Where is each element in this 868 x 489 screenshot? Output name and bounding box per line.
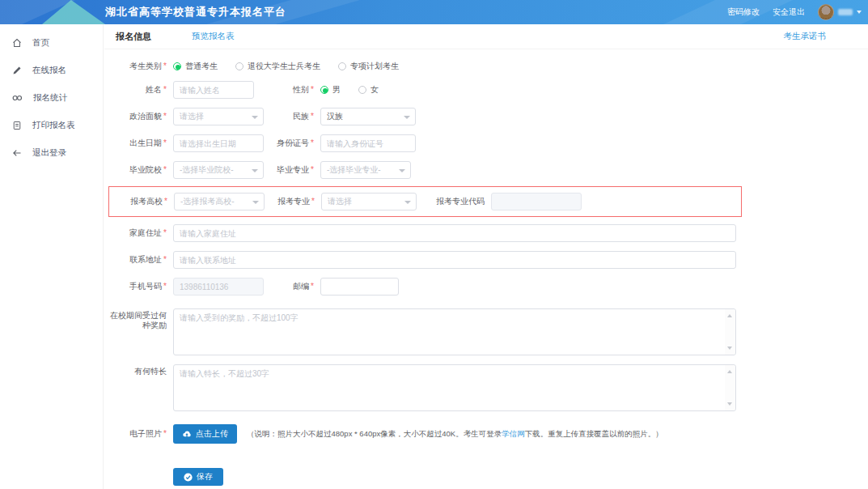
radio-icon bbox=[338, 62, 346, 70]
radio-special-plan-candidate[interactable]: 专项计划考生 bbox=[338, 61, 399, 72]
chevron-down-icon bbox=[252, 169, 258, 172]
gender-radio-group: 男 女 bbox=[320, 84, 396, 96]
apply-university-select[interactable]: -选择报考高校- bbox=[174, 193, 265, 210]
sidebar-nav: 首页 在线报名 报名统计 打印报名表 退出登录 bbox=[0, 24, 104, 489]
scroll-up-icon[interactable] bbox=[727, 314, 732, 317]
graduate-school-select[interactable]: -选择毕业院校- bbox=[173, 161, 264, 179]
radio-male[interactable]: 男 bbox=[320, 84, 341, 96]
apply-row: 报考高校* -选择报考高校- 报考专业* 请选择 报考专业代码 bbox=[109, 193, 582, 210]
save-row: 保存 bbox=[108, 468, 868, 486]
name-input[interactable] bbox=[173, 81, 254, 99]
chevron-down-icon bbox=[399, 169, 405, 172]
chevron-down-icon bbox=[252, 116, 258, 119]
apply-major-label: 报考专业* bbox=[265, 196, 315, 207]
sidebar-item-print-form[interactable]: 打印报名表 bbox=[0, 112, 103, 139]
ethnicity-select[interactable]: 汉族 bbox=[320, 108, 416, 125]
radio-icon bbox=[358, 86, 366, 94]
apply-major-select[interactable]: 请选择 bbox=[321, 193, 417, 210]
top-header-bar: 湖北省高等学校普通专升本报名平台 密码修改 安全退出 bbox=[0, 0, 868, 24]
link-icon bbox=[12, 93, 23, 103]
safe-logout-link[interactable]: 安全退出 bbox=[773, 6, 805, 18]
radio-regular-candidate[interactable]: 普通考生 bbox=[173, 61, 218, 72]
scrollbar[interactable] bbox=[725, 309, 735, 355]
id-number-input[interactable] bbox=[320, 134, 416, 152]
home-address-label: 家庭住址* bbox=[108, 228, 167, 238]
section-header: 报名信息 预览报名表 考生承诺书 bbox=[104, 24, 868, 49]
apply-university-label: 报考高校* bbox=[109, 197, 167, 206]
graduate-row: 毕业院校* -选择毕业院校- 毕业专业* -选择毕业专业- bbox=[108, 161, 868, 179]
graduate-major-label: 毕业专业* bbox=[264, 164, 314, 176]
specialty-textarea[interactable] bbox=[173, 364, 736, 411]
graduate-major-select[interactable]: -选择毕业专业- bbox=[320, 161, 411, 179]
political-ethnicity-row: 政治面貌* 请选择 民族* 汉族 bbox=[108, 108, 868, 125]
apply-highlight-box: 报考高校* -选择报考高校- 报考专业* 请选择 报考专业代码 bbox=[108, 186, 742, 217]
sidebar-item-registration-stats[interactable]: 报名统计 bbox=[0, 84, 103, 112]
sidebar-item-logout[interactable]: 退出登录 bbox=[0, 139, 103, 167]
user-name-redacted bbox=[838, 9, 853, 15]
chevron-down-icon bbox=[857, 11, 862, 14]
scroll-down-icon[interactable] bbox=[727, 347, 732, 350]
change-password-link[interactable]: 密码修改 bbox=[727, 6, 760, 18]
mobile-label: 手机号码* bbox=[108, 282, 167, 291]
mobile-postcode-row: 手机号码* 邮编* bbox=[108, 278, 868, 296]
postcode-input[interactable] bbox=[320, 278, 399, 296]
radio-icon bbox=[235, 62, 243, 70]
xuexin-link[interactable]: 学信网 bbox=[502, 429, 525, 438]
chevron-down-icon bbox=[404, 201, 411, 204]
specialty-row: 有何特长 bbox=[108, 364, 868, 411]
preview-form-link[interactable]: 预览报名表 bbox=[192, 31, 235, 42]
sidebar-item-label: 在线报名 bbox=[32, 65, 66, 76]
pencil-icon bbox=[12, 66, 22, 75]
specialty-textarea-wrap bbox=[173, 364, 736, 411]
radio-icon bbox=[173, 62, 181, 70]
awards-label: 在校期间受过何种奖励 bbox=[108, 308, 167, 330]
sidebar-item-home[interactable]: 首页 bbox=[0, 29, 103, 57]
save-button[interactable]: 保存 bbox=[173, 468, 223, 486]
graduate-school-label: 毕业院校* bbox=[108, 165, 167, 175]
home-address-input[interactable] bbox=[173, 224, 736, 242]
contact-address-input[interactable] bbox=[173, 251, 736, 269]
specialty-label: 有何特长 bbox=[108, 364, 167, 376]
candidate-commitment-link[interactable]: 考生承诺书 bbox=[784, 31, 827, 42]
awards-row: 在校期间受过何种奖励 bbox=[108, 308, 868, 355]
page-title: 报名信息 bbox=[116, 31, 151, 43]
chevron-down-icon bbox=[252, 201, 259, 204]
candidate-category-radio-group: 普通考生 退役大学生士兵考生 专项计划考生 bbox=[173, 61, 417, 72]
apply-major-code-label: 报考专业代码 bbox=[417, 196, 485, 207]
sidebar-item-online-registration[interactable]: 在线报名 bbox=[0, 57, 103, 84]
mobile-input bbox=[173, 278, 264, 296]
upload-photo-button[interactable]: 点击上传 bbox=[173, 424, 237, 444]
photo-note: （说明：照片大小不超过480px * 640px像素，大小不超过40K。考生可登… bbox=[247, 429, 663, 440]
gender-label: 性别* bbox=[264, 84, 314, 96]
radio-female[interactable]: 女 bbox=[358, 84, 379, 96]
radio-veteran-candidate[interactable]: 退役大学生士兵考生 bbox=[235, 61, 320, 72]
user-menu[interactable] bbox=[818, 4, 862, 20]
home-icon bbox=[12, 38, 22, 48]
birth-id-row: 出生日期* 身份证号* bbox=[108, 134, 868, 152]
scrollbar[interactable] bbox=[725, 365, 735, 410]
political-status-label: 政治面貌* bbox=[108, 112, 167, 121]
contact-address-label: 联系地址* bbox=[108, 255, 167, 265]
name-label: 姓名* bbox=[108, 85, 167, 95]
birth-date-label: 出生日期* bbox=[108, 138, 167, 148]
name-gender-row: 姓名* 性别* 男 女 bbox=[108, 81, 868, 99]
awards-textarea[interactable] bbox=[173, 308, 736, 355]
ethnicity-label: 民族* bbox=[264, 111, 314, 122]
scroll-up-icon[interactable] bbox=[727, 370, 732, 373]
apply-major-code-input bbox=[491, 193, 582, 210]
sidebar-item-label: 退出登录 bbox=[32, 147, 66, 159]
home-address-row: 家庭住址* bbox=[108, 224, 868, 242]
chevron-down-icon bbox=[404, 116, 410, 119]
user-avatar[interactable] bbox=[818, 4, 834, 20]
main-content: 报名信息 预览报名表 考生承诺书 考生类别* 普通考生 退役大学生士兵考生 专项… bbox=[104, 24, 868, 489]
political-status-select[interactable]: 请选择 bbox=[173, 108, 264, 125]
contact-address-row: 联系地址* bbox=[108, 251, 868, 269]
check-circle-icon bbox=[184, 473, 193, 482]
sidebar-item-label: 首页 bbox=[32, 37, 49, 49]
scroll-down-icon[interactable] bbox=[727, 402, 732, 406]
id-number-label: 身份证号* bbox=[264, 138, 314, 149]
sidebar-item-label: 报名统计 bbox=[33, 92, 67, 104]
candidate-category-row: 考生类别* 普通考生 退役大学生士兵考生 专项计划考生 bbox=[108, 61, 868, 72]
postcode-label: 邮编* bbox=[264, 281, 314, 292]
birth-date-input[interactable] bbox=[173, 134, 264, 152]
